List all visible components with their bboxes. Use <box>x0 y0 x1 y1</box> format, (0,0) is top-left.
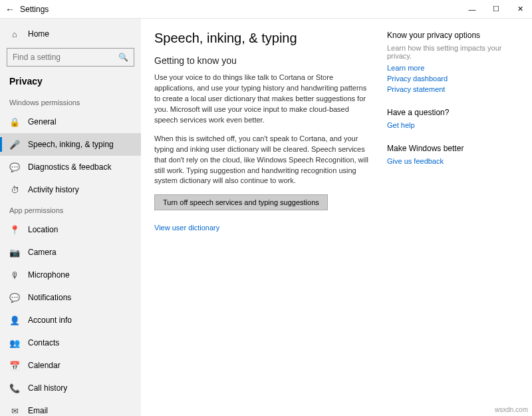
privacy-options-title: Know your privacy options <box>387 31 507 40</box>
home-label: Home <box>28 29 49 39</box>
content-area: Speech, inking, & typing Getting to know… <box>141 19 532 416</box>
history-icon: ⏱ <box>9 185 20 195</box>
search-input[interactable] <box>13 53 118 62</box>
sidebar-item-microphone[interactable]: 🎙 Microphone <box>0 264 141 286</box>
sidebar-item-call-history[interactable]: 📞 Call history <box>0 377 141 399</box>
question-title: Have a question? <box>387 108 507 117</box>
notifications-icon: 💬 <box>9 293 20 303</box>
make-better-title: Make Windows better <box>387 144 507 153</box>
privacy-options-desc: Learn how this setting impacts your priv… <box>387 44 507 60</box>
sidebar-item-label: Camera <box>28 248 57 257</box>
sidebar-item-notifications[interactable]: 💬 Notifications <box>0 286 141 309</box>
feedback-link[interactable]: Give us feedback <box>387 157 507 165</box>
description-2: When this is switched off, you can't spe… <box>154 134 374 187</box>
email-icon: ✉ <box>9 406 20 416</box>
get-help-link[interactable]: Get help <box>387 121 507 129</box>
account-icon: 👤 <box>9 315 20 325</box>
close-button[interactable]: ✕ <box>508 0 532 19</box>
sidebar: ⌂ Home 🔍 Privacy Windows permissions 🔒 G… <box>0 19 141 416</box>
feedback-icon: 💬 <box>9 162 20 172</box>
description-1: Use your voice to do things like talk to… <box>154 73 374 126</box>
calendar-icon: 📅 <box>9 361 20 371</box>
home-button[interactable]: ⌂ Home <box>0 23 141 45</box>
maximize-button[interactable]: ☐ <box>484 0 508 19</box>
sidebar-item-general[interactable]: 🔒 General <box>0 110 141 133</box>
sidebar-item-camera[interactable]: 📷 Camera <box>0 241 141 264</box>
privacy-statement-link[interactable]: Privacy statement <box>387 85 507 93</box>
contacts-icon: 👥 <box>9 338 20 348</box>
view-dictionary-link[interactable]: View user dictionary <box>154 224 374 232</box>
sidebar-item-label: Activity history <box>28 185 79 194</box>
sidebar-item-label: Diagnostics & feedback <box>28 162 111 172</box>
sidebar-item-label: Notifications <box>28 293 71 302</box>
sidebar-item-contacts[interactable]: 👥 Contacts <box>0 331 141 354</box>
microphone-icon: 🎙 <box>9 270 20 280</box>
sidebar-item-label: General <box>28 117 57 126</box>
page-title: Speech, inking, & typing <box>154 31 374 46</box>
group-app-permissions: App permissions <box>0 201 141 218</box>
group-windows-permissions: Windows permissions <box>0 93 141 110</box>
sidebar-item-label: Location <box>28 225 58 234</box>
lock-icon: 🔒 <box>9 117 20 127</box>
sidebar-item-label: Calendar <box>28 361 61 370</box>
camera-icon: 📷 <box>9 248 20 258</box>
learn-more-link[interactable]: Learn more <box>387 64 507 72</box>
sidebar-item-label: Account info <box>28 315 72 325</box>
sidebar-item-speech-inking-typing[interactable]: 🎤 Speech, inking, & typing <box>0 133 141 156</box>
title-bar: ← Settings — ☐ ✕ <box>0 0 532 19</box>
section-title: Privacy <box>0 73 141 93</box>
watermark: wsxdn.com <box>495 406 528 413</box>
window-title: Settings <box>20 5 460 14</box>
sidebar-item-account-info[interactable]: 👤 Account info <box>0 309 141 331</box>
page-subtitle: Getting to know you <box>154 55 374 66</box>
sidebar-item-label: Contacts <box>28 338 59 347</box>
search-icon[interactable]: 🔍 <box>118 53 128 62</box>
back-button[interactable]: ← <box>0 4 20 15</box>
sidebar-item-label: Call history <box>28 383 67 393</box>
sidebar-item-label: Email <box>28 406 48 415</box>
mic-icon: 🎤 <box>9 140 20 150</box>
privacy-dashboard-link[interactable]: Privacy dashboard <box>387 75 507 83</box>
sidebar-item-location[interactable]: 📍 Location <box>0 218 141 241</box>
sidebar-item-activity-history[interactable]: ⏱ Activity history <box>0 178 141 201</box>
home-icon: ⌂ <box>9 29 20 39</box>
location-icon: 📍 <box>9 225 20 235</box>
search-box[interactable]: 🔍 <box>7 48 134 67</box>
sidebar-item-calendar[interactable]: 📅 Calendar <box>0 354 141 377</box>
sidebar-item-label: Microphone <box>28 270 70 280</box>
sidebar-item-label: Speech, inking, & typing <box>28 140 114 149</box>
call-icon: 📞 <box>9 383 20 393</box>
turn-off-button[interactable]: Turn off speech services and typing sugg… <box>154 194 328 210</box>
sidebar-item-diagnostics-feedback[interactable]: 💬 Diagnostics & feedback <box>0 156 141 178</box>
minimize-button[interactable]: — <box>460 0 484 19</box>
sidebar-item-email[interactable]: ✉ Email <box>0 399 141 416</box>
